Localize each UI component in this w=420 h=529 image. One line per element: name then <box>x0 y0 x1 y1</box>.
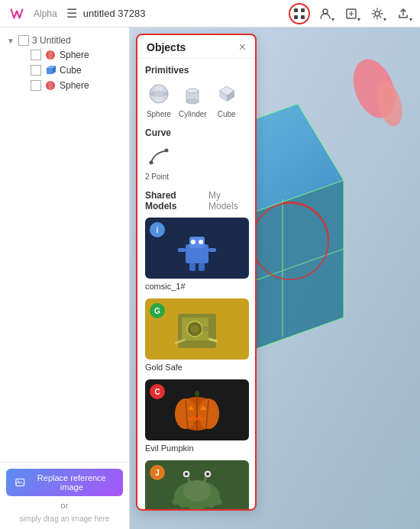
curve-section-label: Curve <box>145 127 247 138</box>
scene-tree: ▼ 3 Untitled ▶ Sphere <box>0 27 129 462</box>
svg-point-54 <box>199 240 203 244</box>
tree-children: ▶ Sphere ▶ <box>3 47 126 93</box>
svg-rect-63 <box>202 327 208 331</box>
svg-point-62 <box>191 325 199 333</box>
document-title: untitled 37283 <box>83 8 283 19</box>
avatar-button[interactable]: ▾ <box>315 3 336 24</box>
model-thumbnail-cosmic <box>166 221 228 275</box>
tree-item-label: Sphere <box>60 50 89 60</box>
tree-item[interactable]: ▶ Cube <box>15 63 126 78</box>
svg-rect-2 <box>294 15 298 19</box>
curve-2point[interactable]: 2 Point <box>145 143 247 181</box>
svg-rect-74 <box>195 391 199 397</box>
model-badge: G <box>150 303 165 318</box>
transform-button[interactable]: ▾ <box>341 3 362 24</box>
cube-icon <box>44 64 57 76</box>
model-card-pumpkin[interactable]: C <box>145 379 247 454</box>
replace-reference-button[interactable]: Replace reference image <box>6 469 123 496</box>
menu-icon[interactable]: ☰ <box>66 6 77 21</box>
toolbar-actions: ▾ ▾ ▾ ▾ <box>289 3 414 24</box>
cube-primitive-icon <box>213 80 241 108</box>
replace-btn-label: Replace reference image <box>30 473 114 492</box>
model-thumbnail-pumpkin <box>163 383 231 437</box>
viewport-background: Objects × Primitives <box>130 27 420 529</box>
curve-section: Curve 2 Point <box>145 127 247 181</box>
svg-point-41 <box>186 99 199 104</box>
replace-or-label: or <box>61 501 69 510</box>
tree-item-checkbox[interactable] <box>31 50 41 60</box>
svg-point-53 <box>191 240 195 244</box>
objects-panel-body: Primitives Sphere <box>137 59 255 509</box>
sphere-icon <box>44 49 57 61</box>
cylinder-label: Cylinder <box>179 110 207 118</box>
svg-point-76 <box>183 480 211 502</box>
svg-point-6 <box>375 11 380 16</box>
export-dropdown-arrow: ▾ <box>409 16 412 23</box>
svg-point-11 <box>48 81 53 90</box>
svg-rect-3 <box>301 15 305 19</box>
curve-2point-label: 2 Point <box>145 173 169 181</box>
svg-rect-55 <box>178 248 186 252</box>
tree-root-count: 3 Untitled <box>32 35 71 46</box>
svg-point-79 <box>185 473 188 476</box>
export-button[interactable]: ▾ <box>393 3 414 24</box>
objects-panel-title: Objects <box>147 41 186 53</box>
main-area: ▼ 3 Untitled ▶ Sphere <box>0 27 420 529</box>
svg-rect-56 <box>208 248 216 252</box>
toolbar: Alpha ☰ untitled 37283 ▾ ▾ <box>0 0 420 27</box>
tree-item-label: Cube <box>60 65 82 76</box>
svg-point-37 <box>150 91 168 97</box>
my-models-tab[interactable]: My Models <box>208 190 247 211</box>
model-badge: C <box>150 384 165 399</box>
cylinder-primitive-icon <box>179 80 206 108</box>
tree-expand-icon[interactable]: ▼ <box>6 36 15 45</box>
svg-point-4 <box>323 9 328 14</box>
tree-item[interactable]: ▶ Sphere <box>15 78 126 93</box>
model-card-kwak[interactable]: J <box>145 460 247 509</box>
primitives-grid: Sphere <box>145 80 247 118</box>
objects-panel-button[interactable] <box>289 3 310 24</box>
objects-panel-close-button[interactable]: × <box>239 41 246 53</box>
lighting-button[interactable]: ▾ <box>367 3 388 24</box>
tree-item-label: Sphere <box>60 80 89 91</box>
svg-rect-0 <box>294 8 298 12</box>
scene-bottom: Replace reference image or simply drag a… <box>0 462 129 529</box>
svg-rect-57 <box>189 263 195 271</box>
svg-point-8 <box>48 50 53 60</box>
tree-root-item[interactable]: ▼ 3 Untitled <box>3 34 126 47</box>
svg-point-50 <box>165 149 169 153</box>
tree-root-checkbox[interactable] <box>18 35 29 46</box>
shared-models-header: Shared Models My Models <box>145 190 247 211</box>
image-icon <box>15 477 25 488</box>
model-badge: i <box>150 222 165 237</box>
transform-dropdown-arrow: ▾ <box>357 16 360 23</box>
svg-rect-9 <box>47 68 53 74</box>
scene-panel: ▼ 3 Untitled ▶ Sphere <box>0 27 130 529</box>
model-thumbnail-safe <box>163 302 231 356</box>
cylinder-primitive[interactable]: Cylinder <box>179 80 207 118</box>
viewport[interactable]: Objects × Primitives <box>130 27 420 529</box>
objects-panel: Objects × Primitives <box>136 34 257 511</box>
primitives-section-label: Primitives <box>145 65 247 76</box>
shared-models-tab[interactable]: Shared Models <box>145 190 202 211</box>
app-logo <box>6 3 27 24</box>
drag-hint-label: simply drag an image here <box>20 514 110 523</box>
model-badge: J <box>150 465 165 480</box>
alpha-label: Alpha <box>34 8 57 19</box>
tree-item-checkbox[interactable] <box>31 65 41 76</box>
tree-item[interactable]: ▶ Sphere <box>15 47 126 63</box>
sphere-icon <box>44 79 57 92</box>
sphere-primitive-icon <box>145 80 173 108</box>
sphere-label: Sphere <box>147 110 171 118</box>
sphere-primitive[interactable]: Sphere <box>145 80 173 118</box>
svg-point-40 <box>186 89 199 93</box>
cube-label: Cube <box>218 110 236 118</box>
tree-item-checkbox[interactable] <box>31 80 41 91</box>
svg-rect-58 <box>199 263 205 271</box>
svg-rect-1 <box>301 8 305 12</box>
lighting-dropdown-arrow: ▾ <box>383 16 386 23</box>
cube-primitive[interactable]: Cube <box>213 80 241 118</box>
model-name-pumpkin: Evil Pumpkin <box>145 444 194 453</box>
model-card-cosmic[interactable]: i <box>145 218 247 292</box>
model-card-safe[interactable]: G <box>145 298 247 373</box>
